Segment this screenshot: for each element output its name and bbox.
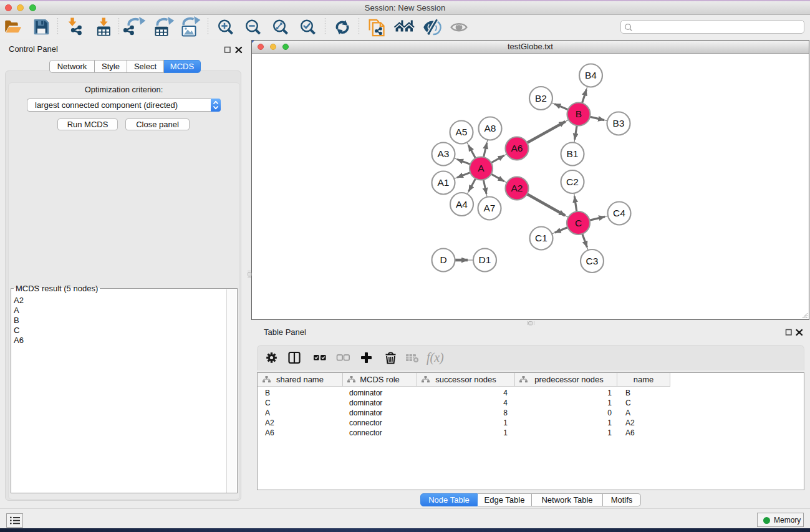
svg-text:C2: C2 [566,177,579,187]
svg-text:B4: B4 [585,70,597,80]
svg-text:f(x): f(x) [427,351,444,365]
svg-text:C1: C1 [535,233,547,243]
svg-text:D1: D1 [479,254,491,265]
svg-text:A6: A6 [511,143,523,153]
svg-text:A: A [478,163,485,173]
svg-text:B1: B1 [567,148,579,159]
svg-text:B3: B3 [613,118,625,128]
svg-text:A1: A1 [438,177,450,188]
svg-text:B: B [576,109,582,119]
svg-text:A3: A3 [438,148,450,159]
svg-text:C3: C3 [586,256,599,266]
svg-text:A2: A2 [511,183,523,193]
svg-text:C4: C4 [613,208,625,218]
svg-text:A8: A8 [485,123,496,133]
svg-text:B2: B2 [535,93,547,104]
svg-text:D: D [440,254,446,265]
svg-text:A4: A4 [456,199,468,210]
svg-text:C: C [575,218,582,228]
svg-text:A7: A7 [484,203,496,213]
svg-text:A5: A5 [456,127,468,137]
